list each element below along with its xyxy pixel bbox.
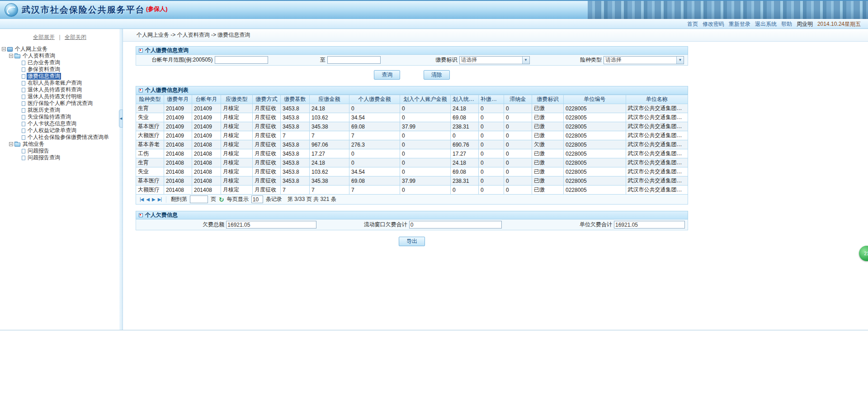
table-row[interactable]: 基本医疗 201408 201408 月核定 月度征收 3453.8 345.3… [136,176,688,186]
table-row[interactable]: 基本养老 201408 201408 月核定 月度征收 3453.8 967.0… [136,140,688,149]
tree-item[interactable]: 个人资料查询 [0,52,119,59]
table-row[interactable]: 生育 201408 201408 月核定 月度征收 3453.8 24.18 0… [136,158,688,167]
collapse-sidebar-button[interactable]: ◀ [119,110,123,128]
tree-item-label[interactable]: 医疗保险个人帐户情况查询 [27,100,94,107]
cell-due-type: 月核定 [221,176,253,186]
tree-item-label[interactable]: 问题报告查询 [27,154,61,161]
tree-item[interactable]: 问题报告 [0,148,119,154]
column-header[interactable]: 单位名称 [626,95,688,104]
top-nav-link[interactable]: 帮助 [781,20,792,28]
tree-item-label[interactable]: 已办业务查询 [27,59,61,66]
per-page-input[interactable] [251,195,263,203]
tree-item-label[interactable]: 参保资料查询 [27,66,61,73]
tree-item-label[interactable]: 退休人员待遇支付明细 [27,93,83,100]
tree-item[interactable]: 个人网上业务 [0,46,119,52]
tree-item-label[interactable]: 失业保险待遇查询 [27,114,72,120]
table-row[interactable]: 大额医疗 201408 201408 月核定 月度征收 7 7 7 0 0 [136,186,688,195]
next-page-button[interactable]: ▶ [152,197,155,202]
column-header[interactable]: 滞纳金 [504,95,532,104]
tree-item-label[interactable]: 个人社会保险参保缴费情况查询单 [27,134,110,141]
dropdown-arrow-icon[interactable]: ▼ [676,57,684,64]
table-row[interactable]: 基本医疗 201409 201409 月核定 月度征收 3453.8 345.3… [136,122,688,131]
column-header[interactable]: 台帐年月 [192,95,221,104]
cell-due: 7 [310,186,349,195]
last-page-button[interactable]: ▶| [158,197,161,202]
tree-item-label[interactable]: 退休人员待遇资料查询 [27,86,83,93]
collapse-all-link[interactable]: 全部关闭 [65,34,86,40]
tree-item-label[interactable]: 个人资料查询 [22,52,56,59]
cell-unit-name: 武汉市公共交通集团有限责任公司 [626,140,688,149]
table-row[interactable]: 大额医疗 201409 201409 月核定 月度征收 7 7 7 0 0 [136,131,688,140]
prev-page-button[interactable]: ◀ [146,197,149,202]
section-icon [139,88,143,92]
tree-expander-icon[interactable] [9,142,13,146]
top-nav-link[interactable]: 重新登录 [729,20,750,28]
table-row[interactable]: 失业 201408 201408 月核定 月度征收 3453.8 103.62 … [136,167,688,176]
top-nav-link[interactable]: 退出系统 [755,20,777,28]
app-title: 武汉市社会保险公共服务平台 [22,4,145,16]
tree-expander-icon[interactable] [9,54,13,58]
tree-item[interactable]: 缴费信息查询 [0,73,119,80]
tree-item[interactable]: 个人卡状态信息查询 [0,120,119,127]
export-button[interactable]: 导出 [399,237,425,246]
table-row[interactable]: 失业 201409 201409 月核定 月度征收 3453.8 103.62 … [136,113,688,122]
tree-item[interactable]: 参保资料查询 [0,66,119,73]
tree-item[interactable]: 已办业务查询 [0,59,119,66]
tree-item[interactable]: 其他业务 [0,141,119,148]
tree-item-label[interactable]: 缴费信息查询 [27,73,61,80]
column-header[interactable]: 应缴类型 [221,95,253,104]
column-header[interactable]: 个人缴费金额 [349,95,400,104]
column-header[interactable]: 补缴利息 [479,95,504,104]
clear-button[interactable]: 清除 [424,70,450,80]
dropdown-arrow-icon[interactable]: ▼ [522,57,529,64]
tree-item-label[interactable]: 其他业务 [22,141,45,148]
range-to-input[interactable] [327,56,381,64]
tree-item-label[interactable]: 个人网上业务 [14,46,48,52]
range-from-input[interactable] [215,56,268,64]
tree-item-label[interactable]: 就医历史查询 [27,107,61,114]
tree-item[interactable]: 医疗保险个人帐户情况查询 [0,100,119,107]
expand-all-link[interactable]: 全部展开 [33,34,55,40]
insurance-type-select[interactable]: 请选择 ▼ [604,56,684,64]
cell-base: 3453.8 [281,167,310,176]
top-nav-link[interactable]: 修改密码 [703,20,724,28]
column-header[interactable]: 缴费标识 [532,95,564,104]
tree-item-label[interactable]: 问题报告 [27,148,50,154]
column-header[interactable]: 应缴金额 [310,95,349,104]
column-header[interactable]: 缴费基数 [281,95,310,104]
column-header[interactable]: 缴费方式 [253,95,281,104]
sidebar-splitter[interactable]: ◀ [119,29,123,330]
column-header[interactable]: 单位编号 [564,95,626,104]
tree-item[interactable]: 退休人员待遇资料查询 [0,86,119,93]
cell-insurance-type: 基本养老 [136,140,164,149]
tree-item-label[interactable]: 在职人员养老账户查询 [27,80,83,86]
tree-item-label[interactable]: 个人权益记录单查询 [27,127,77,134]
column-header[interactable]: 险种类型 [136,95,164,104]
refresh-icon[interactable]: ↻ [219,196,224,203]
tree-item[interactable]: 退休人员待遇支付明细 [0,93,119,100]
arrears-unit-input[interactable] [614,221,685,229]
tree-item[interactable]: 就医历史查询 [0,107,119,114]
cell-interest: 0 [479,113,504,122]
pay-flag-select[interactable]: 请选择 ▼ [459,56,530,64]
goto-page-input[interactable] [190,195,208,203]
cell-method: 月度征收 [253,176,281,186]
first-page-button[interactable]: |◀ [140,197,143,202]
column-header[interactable]: 划入个人账户金额 [400,95,451,104]
top-nav-link[interactable]: 首页 [687,20,698,28]
column-header[interactable]: 缴费年月 [164,95,192,104]
tree-item[interactable]: 个人权益记录单查询 [0,127,119,134]
column-header[interactable]: 划入统筹金额 [451,95,479,104]
table-row[interactable]: 生育 201409 201409 月核定 月度征收 3453.8 24.18 0… [136,104,688,113]
tree-item[interactable]: 在职人员养老账户查询 [0,80,119,86]
tree-item[interactable]: 个人社会保险参保缴费情况查询单 [0,134,119,141]
query-button[interactable]: 查询 [374,70,400,80]
cell-due: 967.06 [310,140,349,149]
tree-item[interactable]: 失业保险待遇查询 [0,114,119,120]
arrears-total-input[interactable] [226,221,316,229]
tree-expander-icon[interactable] [2,47,6,51]
tree-item[interactable]: 问题报告查询 [0,154,119,161]
table-row[interactable]: 工伤 201408 201408 月核定 月度征收 3453.8 17.27 0… [136,149,688,158]
tree-item-label[interactable]: 个人卡状态信息查询 [27,120,77,127]
arrears-window-input[interactable] [409,221,502,229]
